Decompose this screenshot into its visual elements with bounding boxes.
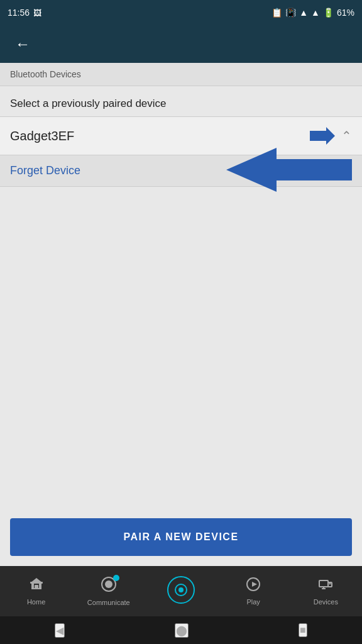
nav-communicate-label: Communicate (87, 599, 130, 606)
chevron-up-icon: ⌃ (341, 128, 352, 143)
forget-device-row[interactable]: Forget Device (0, 155, 362, 187)
android-back-button[interactable]: ◀ (55, 623, 65, 638)
battery-icon: 🔋 (323, 8, 334, 18)
svg-rect-6 (35, 585, 38, 589)
connect-arrow-icon (310, 127, 335, 145)
battery-percent: 61% (337, 8, 354, 18)
nav-play-label: Play (246, 598, 260, 606)
bottom-nav: Home Communicate Play (0, 566, 362, 616)
home-icon (29, 577, 44, 596)
device-name: Gadget3EF (10, 129, 74, 143)
nav-devices-label: Devices (314, 598, 338, 606)
play-icon (246, 577, 261, 596)
time-display: 11:56 (8, 8, 30, 18)
svg-marker-7 (30, 578, 43, 583)
nav-item-home[interactable]: Home (0, 577, 72, 606)
main-content: Select a previously paired device Gadget… (0, 86, 362, 566)
devices-icon (318, 577, 333, 596)
device-icons: ⌃ (310, 127, 352, 145)
android-nav-bar: ◀ ⬤ ■ (0, 616, 362, 644)
android-recents-button[interactable]: ■ (299, 623, 307, 637)
svg-rect-14 (319, 580, 328, 587)
forget-device-label[interactable]: Forget Device (10, 164, 80, 177)
nav-home-label: Home (27, 598, 45, 606)
annotation-arrow (226, 148, 352, 194)
svg-point-11 (178, 587, 184, 592)
alexa-icon (167, 576, 195, 604)
back-button[interactable]: ← (10, 30, 35, 58)
android-home-button[interactable]: ⬤ (175, 623, 189, 638)
nav-item-alexa[interactable] (145, 576, 217, 606)
svg-point-9 (105, 580, 112, 588)
pair-new-device-button[interactable]: PAIR A NEW DEVICE (10, 518, 352, 556)
communicate-icon (101, 576, 117, 596)
svg-marker-1 (226, 148, 352, 192)
communicate-dot (113, 575, 119, 581)
svg-marker-13 (252, 582, 257, 587)
wifi-icon: ▲ (299, 8, 308, 18)
clipboard-icon: 📋 (272, 8, 282, 18)
vibrate-icon: 📳 (285, 8, 296, 18)
svg-point-18 (329, 583, 331, 585)
nav-item-play[interactable]: Play (217, 577, 290, 606)
subtitle-text: Select a previously paired device (0, 86, 362, 116)
pair-button-container: PAIR A NEW DEVICE (0, 508, 362, 566)
nav-item-communicate[interactable]: Communicate (72, 576, 145, 606)
photo-icon: 🖼 (33, 8, 41, 18)
svg-marker-0 (310, 127, 335, 145)
status-bar: 11:56 🖼 📋 📳 ▲ ▲ 🔋 61% (0, 0, 362, 25)
section-header: Bluetooth Devices (0, 63, 362, 86)
signal-icon: ▲ (311, 8, 320, 18)
nav-item-devices[interactable]: Devices (290, 577, 362, 606)
top-bar: ← (0, 25, 362, 63)
